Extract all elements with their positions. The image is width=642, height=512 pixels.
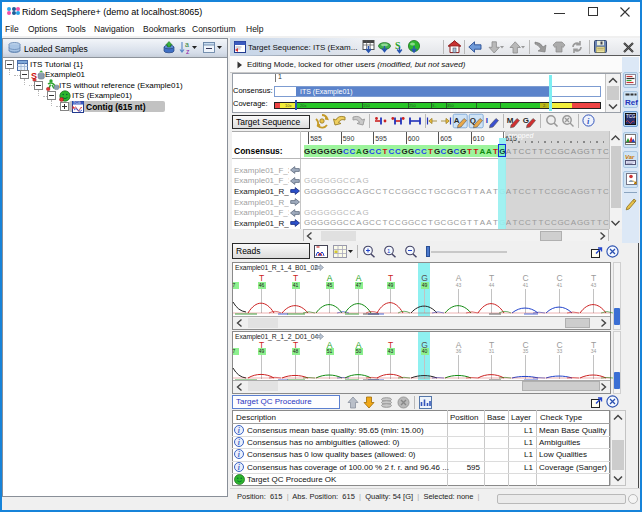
svg-text:TCG: TCG [626, 114, 636, 119]
svg-text:a: a [185, 41, 189, 48]
svg-text:Var: Var [625, 154, 635, 160]
svg-text:TCG: TCG [73, 101, 81, 105]
svg-text:z: z [186, 48, 190, 55]
svg-text:Ref: Ref [625, 98, 638, 107]
